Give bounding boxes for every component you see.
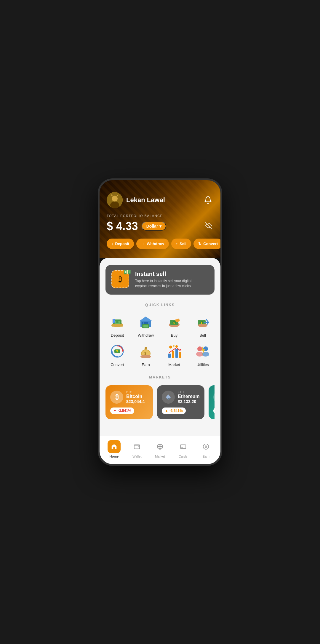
svg-rect-17 [143,325,148,327]
btc-price: $23,044.4 [126,399,145,404]
svg-rect-57 [134,445,140,449]
hide-balance-button[interactable] [204,222,213,230]
nav-home-label: Home [110,455,119,458]
banner-icon: ₿ 💵 [111,270,130,289]
svg-point-40 [140,355,151,358]
quick-link-deposit-label: Deposit [111,333,124,338]
market-card-tether[interactable]: ₮ USDT Tether $1.00 ▲ 0.00% [209,385,215,419]
svg-rect-60 [180,445,185,448]
btc-ticker: BTC [126,391,145,394]
svg-point-23 [176,319,177,320]
action-buttons: ↓ Deposit → Withdraw ↑ Sell ↻ Convert [107,239,213,249]
svg-point-1 [112,196,118,202]
quick-link-earn-label: Earn [142,362,150,367]
user-info: Lekan Lawal [107,192,165,208]
phone-frame: Lekan Lawal TOTAL PORTFOLIO BALANCE $ 4.… [98,178,222,466]
svg-text:$: $ [173,321,175,324]
quick-link-sell[interactable]: $ Sell [191,313,215,338]
banner-subtitle: Tap here to instantly sell your digital … [135,279,209,289]
tether-change: ▲ 0.00% [213,408,215,414]
quick-link-convert[interactable]: $ Convert [105,342,129,367]
btc-name: Bitcoin [126,394,145,399]
quick-link-buy[interactable]: $ Buy [162,313,186,338]
nav-market-label: Market [155,455,165,458]
quick-link-sell-label: Sell [199,333,206,338]
nav-cards[interactable]: Cards [172,440,195,458]
balance-amount: $ 4.33 Dollar ▾ [107,220,166,233]
banner-text: Instant sell Tap here to instantly sell … [135,271,209,289]
convert-button[interactable]: ↻ Convert [193,239,220,249]
market-card-btc[interactable]: ₿ BTC Bitcoin $23,044.4 ▼ -3.541% [105,385,153,419]
svg-text:$: $ [116,349,118,353]
quick-links-grid: Deposit [105,313,215,367]
withdraw-button[interactable]: → Withdraw [136,239,169,249]
svg-rect-42 [172,351,174,358]
quick-link-market-label: Market [168,362,180,367]
nav-earn[interactable]: $ Earn [194,440,217,458]
main-content: ₿ 💵 Instant sell Tap here to instantly s… [100,258,220,436]
header-top: Lekan Lawal [107,192,213,208]
balance-label: TOTAL PORTFOLIO BALANCE [107,214,213,218]
balance-row: $ 4.33 Dollar ▾ [107,220,213,233]
svg-marker-15 [140,317,152,321]
banner-title: Instant sell [135,271,209,277]
sell-button[interactable]: ↑ Sell [171,239,191,249]
nav-wallet-label: Wallet [132,455,141,458]
eth-change: ▲ -3.541% [162,408,186,414]
svg-rect-41 [168,354,171,358]
nav-wallet[interactable]: Wallet [126,440,149,458]
deposit-button[interactable]: ↓ Deposit [107,239,134,249]
eth-name: Ethereum [178,394,200,399]
svg-point-30 [198,324,207,327]
nav-home[interactable]: Home [103,440,126,458]
bottom-nav: Home Wallet Market [100,436,220,464]
nav-cards-label: Cards [179,455,187,458]
quick-link-convert-label: Convert [111,362,124,367]
markets-scroll: ₿ BTC Bitcoin $23,044.4 ▼ -3.541% [105,385,215,422]
quick-link-utilities[interactable]: Utilities [191,342,215,367]
svg-text:$: $ [205,445,206,448]
quick-links-label: QUICK LINKS [105,303,215,307]
svg-point-49 [197,346,202,351]
instant-sell-banner[interactable]: ₿ 💵 Instant sell Tap here to instantly s… [105,265,215,295]
markets-label: MARKETS [105,375,215,379]
svg-point-39 [145,347,147,349]
eth-price: $3,133.20 [178,399,200,404]
balance-section: TOTAL PORTFOLIO BALANCE $ 4.33 Dollar ▾ [107,214,213,233]
svg-marker-54 [166,394,171,398]
svg-point-7 [116,321,119,323]
quick-link-market[interactable]: Market [162,342,186,367]
eth-logo [162,391,175,404]
currency-selector[interactable]: Dollar ▾ [142,222,167,231]
svg-rect-8 [111,324,123,327]
svg-point-48 [175,345,178,348]
svg-point-47 [173,345,175,347]
markets-section: MARKETS ₿ BTC Bitcoin $23,044.4 ▼ -3.541… [105,375,215,422]
tether-logo: ₮ [213,391,215,404]
quick-link-buy-label: Buy [171,333,177,338]
notification-bell[interactable] [203,195,213,205]
btc-logo: ₿ [110,391,123,404]
quick-link-deposit[interactable]: Deposit [105,313,129,338]
quick-link-utilities-label: Utilities [196,362,209,367]
balance-value: $ 4.33 [107,220,138,233]
quick-link-withdraw[interactable]: Withdraw [134,313,158,338]
header-section: Lekan Lawal TOTAL PORTFOLIO BALANCE $ 4.… [100,180,220,258]
quick-links-section: QUICK LINKS [105,303,215,367]
quick-link-withdraw-label: Withdraw [138,333,154,338]
market-card-eth[interactable]: ETH Ethereum $3,133.20 ▲ -3.541% [157,385,204,419]
svg-rect-44 [179,352,181,358]
quick-link-earn[interactable]: $ Earn [134,342,158,367]
nav-market[interactable]: Market [148,440,172,458]
svg-rect-43 [175,349,178,358]
svg-point-46 [169,346,172,349]
btc-change: ▼ -3.541% [110,408,134,414]
eth-ticker: ETH [178,391,200,394]
svg-rect-22 [175,318,180,322]
user-name: Lekan Lawal [126,196,165,204]
nav-earn-label: Earn [203,455,209,458]
avatar [107,192,123,208]
svg-rect-10 [113,319,115,323]
